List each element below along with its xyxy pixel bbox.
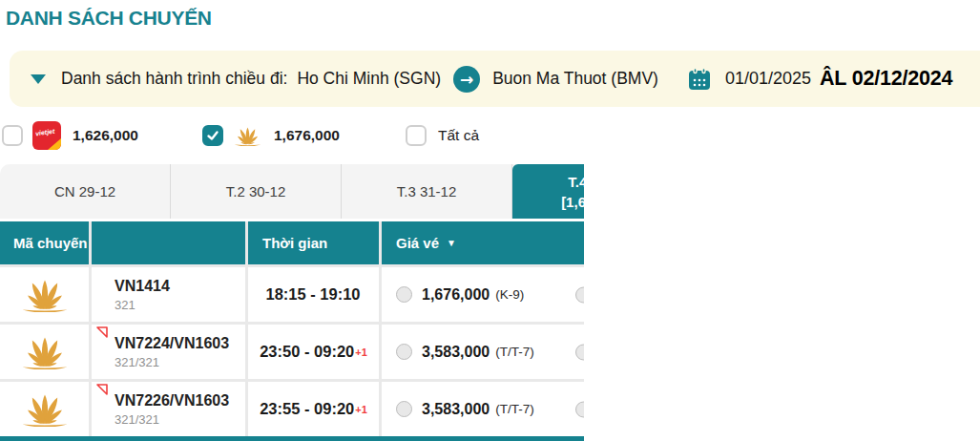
flight-info-cell: VN7226/VN1603 321/321 — [92, 382, 245, 436]
arrow-right-icon: → — [453, 66, 480, 93]
time-cell: 18:15 - 19:10 — [248, 267, 379, 322]
flight-info-cell: VN1414 321 — [92, 267, 245, 322]
flight-table: Mã chuyến Thời gian Giá vé ▼ VN1414 321 … — [0, 221, 584, 436]
tab-date-3-active[interactable]: T.4 01-01 [1,626,000] — [512, 164, 584, 219]
airline-filter-row: vietjet 1,626,000 1,676,000 Tất cả — [0, 121, 980, 150]
date-tabs: CN 29-12 T.2 30-12 T.3 31-12 T.4 01-01 [… — [0, 164, 584, 219]
lotus-logo-icon — [20, 278, 70, 312]
airline-logo-cell — [0, 382, 89, 436]
time-cell: 23:55 - 09:20+1 — [248, 382, 379, 436]
vietjet-logo-icon: vietjet — [32, 121, 61, 150]
vietjet-checkbox[interactable] — [2, 125, 23, 146]
check-icon — [206, 129, 219, 142]
header-time: Thời gian — [248, 221, 379, 264]
flight-time: 23:55 - 09:20 — [260, 400, 354, 418]
price-cell: 3,583,000 (T/T-7) — [382, 382, 584, 436]
header-price-label: Giá vé — [396, 235, 439, 251]
filter-vietjet[interactable]: vietjet 1,626,000 — [2, 121, 138, 150]
fare-radio-clipped[interactable] — [575, 401, 584, 417]
departure-date: 01/01/2025 — [725, 69, 811, 89]
vietnam-airlines-checkbox[interactable] — [202, 125, 223, 146]
sort-caret-icon[interactable]: ▼ — [447, 238, 456, 248]
flight-code: VN1414 — [115, 278, 170, 295]
filter-all[interactable]: Tất cả — [406, 121, 479, 150]
fare-radio-clipped[interactable] — [575, 286, 584, 303]
lotus-logo-icon — [20, 335, 70, 369]
plus-days: +1 — [355, 346, 367, 358]
tab-date-1[interactable]: T.2 30-12 — [171, 164, 342, 219]
airline-logo-cell — [0, 325, 89, 379]
filter-vietnam-airlines[interactable]: 1,676,000 — [202, 121, 340, 150]
tab-date-3-label: T.4 01-01 — [568, 172, 584, 192]
vietnam-airlines-price: 1,676,000 — [274, 127, 340, 144]
lunar-date: ÂL 02/12/2024 — [820, 67, 952, 91]
calendar-icon[interactable] — [687, 67, 712, 92]
all-label: Tất cả — [438, 127, 479, 144]
tab-date-3-price: [1,626,000] — [561, 192, 584, 212]
aircraft-type: 321 — [115, 298, 136, 312]
route-bar: Danh sách hành trình chiều đi: Ho Chi Mi… — [10, 51, 980, 107]
flights-panel: CN 29-12 T.2 30-12 T.3 31-12 T.4 01-01 [… — [0, 164, 584, 441]
transit-corner-icon — [96, 326, 108, 338]
fare-radio-clipped[interactable] — [575, 344, 584, 360]
aircraft-type: 321/321 — [115, 355, 159, 369]
flight-list-page: DANH SÁCH CHUYẾN Danh sách hành trình ch… — [0, 0, 980, 441]
fare-class: (T/T-7) — [495, 345, 534, 359]
header-price[interactable]: Giá vé ▼ — [382, 221, 584, 264]
fare-class: (K-9) — [495, 287, 524, 302]
header-flight-code: Mã chuyến — [0, 221, 89, 264]
flight-info-cell: VN7224/VN1603 321/321 — [92, 325, 245, 379]
collapse-caret-icon[interactable] — [31, 74, 46, 84]
flight-code: VN7224/VN1603 — [115, 335, 229, 352]
table-bottom-bar — [0, 436, 584, 441]
price-cell: 3,583,000 (T/T-7) — [382, 325, 584, 379]
page-title: DANH SÁCH CHUYẾN — [6, 7, 212, 30]
fare-price: 3,583,000 — [422, 344, 490, 361]
transit-corner-icon — [96, 384, 108, 395]
flight-code: VN7226/VN1603 — [115, 392, 229, 410]
route-destination: Buon Ma Thuot (BMV) — [492, 69, 658, 89]
header-airline — [92, 221, 245, 264]
aircraft-type: 321/321 — [115, 412, 159, 427]
lotus-logo-icon — [233, 126, 262, 146]
flight-time: 23:50 - 09:20 — [260, 343, 354, 361]
airline-logo-cell — [0, 267, 89, 322]
fare-class: (T/T-7) — [495, 402, 534, 416]
fare-radio[interactable] — [396, 344, 412, 360]
fare-radio[interactable] — [396, 286, 412, 303]
fare-price: 1,676,000 — [422, 286, 490, 304]
lotus-logo-icon — [20, 392, 70, 427]
fare-price: 3,583,000 — [422, 401, 490, 418]
price-cell: 1,676,000 (K-9) — [382, 267, 584, 322]
route-origin: Ho Chi Minh (SGN) — [297, 69, 441, 89]
route-label: Danh sách hành trình chiều đi: — [61, 69, 287, 89]
fare-radio[interactable] — [396, 401, 412, 417]
tab-date-0[interactable]: CN 29-12 — [0, 164, 171, 219]
all-checkbox[interactable] — [406, 125, 427, 146]
plus-days: +1 — [355, 404, 367, 415]
tab-date-2[interactable]: T.3 31-12 — [342, 164, 512, 219]
vietjet-price: 1,626,000 — [73, 127, 138, 144]
flight-time: 18:15 - 19:10 — [265, 285, 360, 304]
time-cell: 23:50 - 09:20+1 — [248, 325, 379, 379]
